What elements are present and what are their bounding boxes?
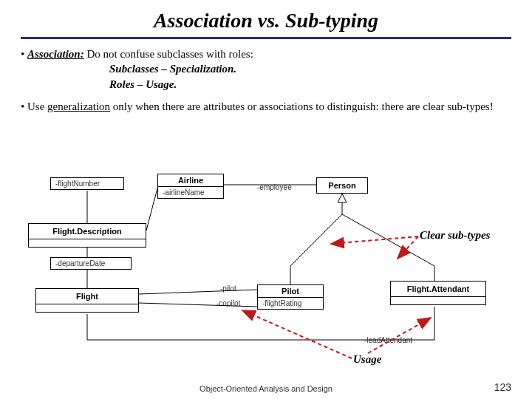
bullet-2: • Use generalization only when there are… xyxy=(21,99,511,114)
footer-text: Object-Oriented Analysis and Design xyxy=(0,384,532,393)
slide-title: Association vs. Sub-typing xyxy=(0,0,532,37)
svg-line-17 xyxy=(331,236,418,244)
bullet-2-post: only when there are attributes or associ… xyxy=(110,100,494,112)
uml-flightdesc-empty xyxy=(29,239,146,247)
uml-flight-title: Flight xyxy=(36,289,138,304)
uml-flight-attr: -departureDate xyxy=(51,258,131,269)
label-copilot: -copilot xyxy=(216,299,240,307)
page-number: 123 xyxy=(494,381,511,393)
content-area: • Association: Do not confuse subclasses… xyxy=(0,47,532,114)
uml-pilot-title: Pilot xyxy=(258,285,323,298)
uml-person-title: Person xyxy=(317,178,367,193)
svg-line-2 xyxy=(146,188,157,231)
uml-flightattendant-empty xyxy=(391,297,485,304)
uml-diagram: -flightNumber Airline -airlineName -empl… xyxy=(21,170,511,362)
svg-line-12 xyxy=(290,214,342,266)
label-leadattendant: -leadAttendant xyxy=(364,336,412,344)
bullet-2-pre: Use xyxy=(27,100,47,112)
bullet-1: • Association: Do not confuse subclasses… xyxy=(21,47,511,92)
title-rule xyxy=(21,37,511,39)
uml-flight: Flight xyxy=(35,288,139,313)
annotation-usage: Usage xyxy=(353,353,381,366)
uml-flightdesc: Flight.Description xyxy=(28,223,146,248)
bullet-1-label: Association: xyxy=(27,48,84,60)
uml-pilot-attr: -flightRating xyxy=(258,298,323,309)
uml-pilot: Pilot -flightRating xyxy=(257,284,324,310)
bullet-2-u: generalization xyxy=(47,100,110,112)
svg-line-19 xyxy=(242,310,352,358)
svg-line-5 xyxy=(139,290,257,294)
uml-flightdesc-attr: -flightNumber xyxy=(51,178,123,189)
bullet-1-line3: Roles – Usage. xyxy=(109,77,511,92)
svg-marker-11 xyxy=(338,194,347,202)
uml-airline-attr: -airlineName xyxy=(158,187,223,198)
label-employee: -employee xyxy=(257,183,292,191)
svg-line-18 xyxy=(398,236,418,259)
uml-flightdesc-attr-box: -flightNumber xyxy=(50,177,124,190)
uml-flightdesc-title: Flight.Description xyxy=(29,224,146,239)
uml-airline-title: Airline xyxy=(158,174,223,187)
svg-line-20 xyxy=(368,318,431,353)
uml-flight-empty xyxy=(36,304,138,312)
bullet-1-rest: Do not confuse subclasses with roles: xyxy=(84,48,253,60)
uml-airline: Airline -airlineName xyxy=(157,174,224,199)
uml-flightattendant: Flight.Attendant xyxy=(390,281,486,305)
uml-flightattendant-title: Flight.Attendant xyxy=(391,282,485,297)
bullet-1-line2: Subclasses – Specialization. xyxy=(109,61,511,76)
label-pilot: -pilot xyxy=(220,284,236,293)
uml-flight-attr-box: -departureDate xyxy=(50,257,132,270)
annotation-clear-subtypes: Clear sub-types xyxy=(420,229,490,242)
uml-person: Person xyxy=(316,177,368,194)
